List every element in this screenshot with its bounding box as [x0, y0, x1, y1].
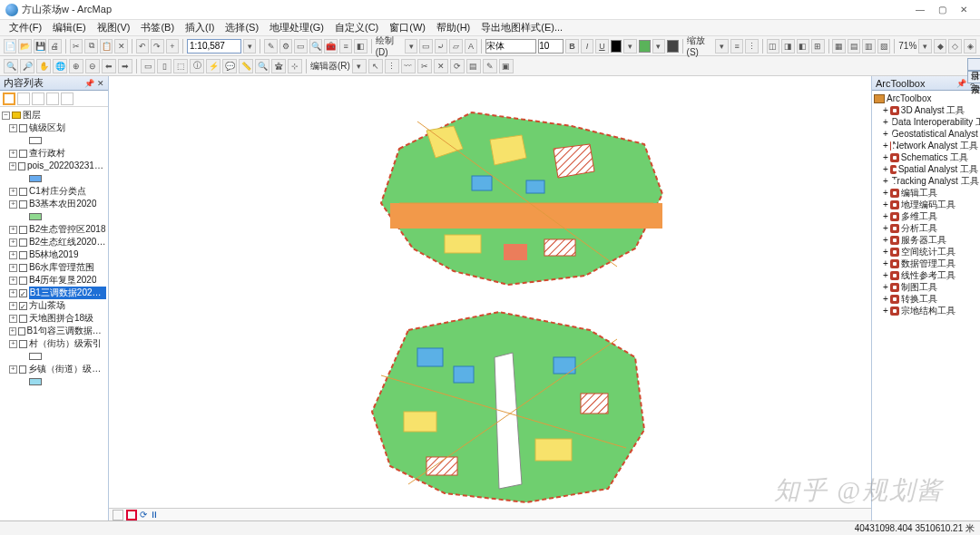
- layer-checkbox[interactable]: [19, 277, 27, 285]
- toc-layer-item[interactable]: +B1三调数据202107: [2, 287, 106, 299]
- menu-select[interactable]: 选择(S): [221, 21, 262, 34]
- underline-button[interactable]: U: [595, 39, 608, 54]
- modelbuilder-icon[interactable]: ◧: [354, 39, 367, 54]
- goto-xy-icon[interactable]: ⊹: [288, 59, 302, 73]
- italic-button[interactable]: I: [581, 39, 593, 54]
- measure-icon[interactable]: 📏: [239, 59, 253, 73]
- delete-button[interactable]: ✕: [114, 39, 127, 54]
- expand-icon[interactable]: +: [883, 152, 888, 162]
- layer-checkbox[interactable]: [19, 150, 27, 158]
- expand-icon[interactable]: +: [883, 164, 888, 174]
- toolbox-item[interactable]: +服务器工具: [874, 234, 978, 246]
- next-extent-icon[interactable]: ➡: [118, 59, 132, 73]
- layout4-icon[interactable]: ▧: [877, 39, 890, 54]
- expand-icon[interactable]: +: [9, 264, 17, 272]
- toc-layer-item[interactable]: +村（街坊）级索引: [2, 337, 106, 350]
- layer-checkbox[interactable]: [19, 188, 27, 196]
- save-button[interactable]: 💾: [34, 39, 46, 54]
- fixed-zoom-out-icon[interactable]: ⊖: [85, 59, 100, 73]
- scale-input[interactable]: [187, 39, 241, 54]
- draw-dropdown[interactable]: ▾: [405, 39, 417, 54]
- close-button[interactable]: ✕: [953, 2, 975, 18]
- zoom-out-icon[interactable]: 🔎: [20, 59, 34, 73]
- scale-tool-dropdown[interactable]: ▾: [715, 39, 728, 54]
- expand-icon[interactable]: +: [883, 117, 888, 127]
- zoom-in-icon[interactable]: 🔍: [4, 59, 18, 73]
- toc-layer-item[interactable]: +B1句容三调数据202012: [2, 325, 106, 337]
- toc-options-icon[interactable]: [61, 92, 74, 105]
- expand-icon[interactable]: +: [9, 162, 16, 170]
- layer-checkbox[interactable]: [19, 302, 27, 310]
- paste-button[interactable]: 📋: [100, 39, 113, 54]
- expand-icon[interactable]: +: [883, 199, 888, 209]
- maximize-button[interactable]: ▢: [931, 2, 953, 18]
- toc-layer-item[interactable]: +查行政村: [2, 147, 106, 160]
- expand-icon[interactable]: +: [9, 238, 17, 247]
- toc-root[interactable]: − 图层: [2, 109, 106, 122]
- expand-icon[interactable]: +: [883, 282, 888, 292]
- expand-icon[interactable]: +: [9, 340, 17, 348]
- editor-dropdown[interactable]: ▾: [352, 59, 367, 73]
- menu-window[interactable]: 窗口(W): [386, 21, 429, 34]
- menu-help[interactable]: 帮助(H): [433, 21, 474, 34]
- layer-checkbox[interactable]: [19, 289, 27, 297]
- layout-view-tab[interactable]: [126, 510, 137, 520]
- expand-icon[interactable]: +: [9, 188, 17, 196]
- rotate-edit-icon[interactable]: ⟳: [450, 59, 465, 73]
- menu-edit[interactable]: 编辑(E): [49, 21, 90, 34]
- toolbox-item[interactable]: +空间统计工具: [874, 246, 978, 258]
- expand-icon[interactable]: +: [883, 247, 888, 257]
- expand-icon[interactable]: +: [883, 306, 888, 316]
- new-button[interactable]: 📄: [4, 39, 16, 54]
- hyperlink-icon[interactable]: ⚡: [206, 59, 220, 73]
- attributes-icon[interactable]: ▤: [466, 59, 481, 73]
- search-icon[interactable]: 🔍: [309, 39, 322, 54]
- layer-checkbox[interactable]: [19, 124, 27, 132]
- edit-vertices-icon[interactable]: ⋮: [385, 59, 399, 73]
- bold-button[interactable]: B: [565, 39, 578, 54]
- layer-checkbox[interactable]: [19, 315, 27, 323]
- edit-tool-icon[interactable]: ↖: [368, 59, 383, 73]
- zoom-pct-dropdown[interactable]: ▾: [918, 39, 931, 54]
- menu-view[interactable]: 视图(V): [93, 21, 134, 34]
- reshape-icon[interactable]: 〰: [401, 59, 416, 73]
- menu-export-style[interactable]: 导出地图样式(E)...: [477, 21, 566, 34]
- copy-button[interactable]: ⧉: [84, 39, 97, 54]
- layer-checkbox[interactable]: [19, 238, 27, 247]
- select-features-icon[interactable]: ▭: [141, 59, 155, 73]
- expand-icon[interactable]: +: [9, 289, 17, 297]
- expand-icon[interactable]: +: [883, 188, 888, 198]
- text-tool-icon[interactable]: A: [465, 39, 477, 54]
- data-view-tab[interactable]: [113, 510, 123, 520]
- neatline-icon[interactable]: ▱: [449, 39, 462, 54]
- expand-icon[interactable]: +: [883, 235, 888, 245]
- toc-layer-item[interactable]: +B4历年复垦2020: [2, 274, 106, 287]
- misc-icon-1[interactable]: ◆: [934, 39, 946, 54]
- expand-icon[interactable]: +: [883, 258, 888, 268]
- toc-list-by-drawing-icon[interactable]: [3, 92, 15, 105]
- toc-layer-item[interactable]: +B3基本农田2020: [2, 198, 106, 210]
- rotate-icon[interactable]: ⤾: [435, 39, 447, 54]
- refresh-icon[interactable]: ⟳: [140, 510, 147, 520]
- font-size-select[interactable]: [538, 39, 564, 54]
- cut-button[interactable]: ✂: [70, 39, 83, 54]
- expand-icon[interactable]: +: [9, 226, 17, 234]
- split-icon[interactable]: ✕: [434, 59, 448, 73]
- expand-icon[interactable]: +: [9, 365, 17, 374]
- toc-layer-item[interactable]: +B2生态管控区2018: [2, 223, 106, 236]
- expand-icon[interactable]: +: [883, 129, 888, 139]
- layer-checkbox[interactable]: [19, 226, 27, 234]
- catalog-icon[interactable]: ▭: [294, 39, 307, 54]
- toc-list-by-selection-icon[interactable]: [46, 92, 59, 105]
- expand-icon[interactable]: +: [9, 302, 17, 310]
- toc-layer-item[interactable]: +乡镇（街道）级索引: [2, 363, 106, 375]
- select-elements-icon[interactable]: ⬚: [173, 59, 188, 73]
- toc-list-by-source-icon[interactable]: [17, 92, 30, 105]
- toc-list-by-visibility-icon[interactable]: [32, 92, 44, 105]
- identify-icon[interactable]: ⓘ: [190, 59, 204, 73]
- text-color-swatch[interactable]: [611, 40, 622, 53]
- add-data-button[interactable]: +: [166, 39, 179, 54]
- layer-checkbox[interactable]: [18, 162, 25, 170]
- fill-dropdown[interactable]: ▾: [623, 39, 636, 54]
- expand-icon[interactable]: +: [883, 223, 888, 233]
